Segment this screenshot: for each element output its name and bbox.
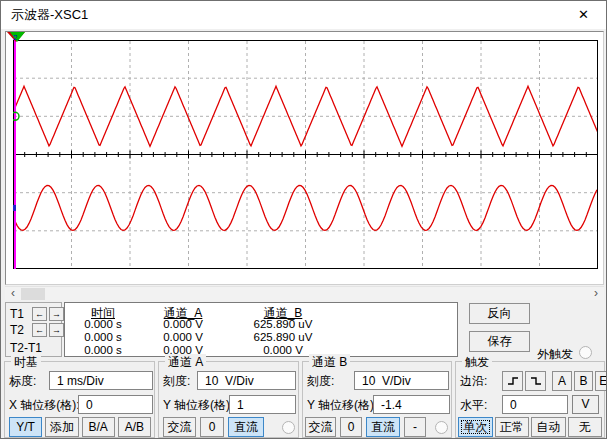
- channel-a-coupling-buttons: 交流 0 直流: [163, 417, 295, 437]
- reverse-button[interactable]: 反向: [469, 303, 530, 324]
- t2-left-button[interactable]: ←: [32, 323, 47, 337]
- header-channel-b: 通道_B: [225, 305, 341, 318]
- t1-right-button[interactable]: →: [49, 307, 64, 321]
- left-arrow-icon: ←: [35, 325, 44, 335]
- cursor-panel: T1 ← → T2 ← → T2-T1: [5, 302, 62, 357]
- channel-b-ypos-label: Y 轴位移(格):: [307, 397, 377, 414]
- t1-channel-a-value: 0.000 V: [141, 318, 225, 331]
- timebase-legend: 时基: [11, 354, 41, 371]
- channel-a-legend: 通道 A: [165, 354, 206, 371]
- diff-time-value: 0.000 s: [65, 344, 141, 357]
- auto-mode-button[interactable]: 自动: [531, 417, 566, 437]
- none-mode-button[interactable]: 无: [568, 417, 603, 437]
- channel-a-ypos-input[interactable]: [229, 395, 296, 414]
- channel-b-ypos-input[interactable]: [373, 395, 450, 414]
- add-mode-button[interactable]: 添加: [45, 417, 78, 437]
- titlebar: 示波器-XSC1 ✕: [1, 1, 606, 29]
- falling-edge-icon: [530, 376, 542, 386]
- t2-channel-a-value: 0.000 V: [141, 331, 225, 344]
- timebase-xpos-input[interactable]: [78, 395, 153, 414]
- t1-time-value: 0.000 s: [65, 318, 141, 331]
- trigger-edge-label: 边沿:: [460, 373, 487, 390]
- channel-b-group: 通道 B 刻度: Y 轴位移(格): 交流 0 直流 -: [302, 361, 452, 438]
- trigger-group: 触发 边沿: A B Ext 水平: V 单次 正常 自动 无: [455, 361, 605, 438]
- timebase-scale-label: 标度:: [9, 373, 36, 390]
- trigger-source-b-button[interactable]: B: [574, 371, 593, 391]
- scope-scrollbar[interactable]: ‹ ›: [5, 286, 604, 300]
- cursor-marker-icon[interactable]: 2: [7, 32, 26, 42]
- channel-a-scale-label: 刻度:: [163, 373, 190, 390]
- t2-row: T2 ← →: [10, 322, 64, 337]
- measurement-table: 时间 通道_A 通道_B 0.000 s 0.000 V 625.890 uV …: [64, 302, 458, 357]
- timebase-group: 时基 标度: X 轴位移(格): Y/T 添加 B/A A/B: [4, 361, 155, 438]
- single-mode-button[interactable]: 单次: [458, 417, 493, 437]
- t1-row: T1 ← →: [10, 306, 64, 321]
- channel-b-minus-button[interactable]: -: [404, 417, 426, 437]
- channel-b-zero-button[interactable]: 0: [340, 417, 362, 437]
- t2-channel-b-value: 625.890 uV: [225, 331, 341, 344]
- t2-right-button[interactable]: →: [49, 323, 64, 337]
- rising-edge-icon: [507, 376, 519, 386]
- channel-b-scale-input[interactable]: [354, 371, 449, 390]
- channel-a-scale-input[interactable]: [197, 371, 296, 390]
- ext-trigger-radio[interactable]: [579, 346, 592, 359]
- trigger-source-ext-button[interactable]: Ext: [595, 371, 607, 391]
- normal-mode-button[interactable]: 正常: [495, 417, 530, 437]
- ba-mode-button[interactable]: B/A: [82, 417, 115, 437]
- header-time: 时间: [65, 305, 141, 318]
- scroll-left-icon[interactable]: ‹: [6, 287, 20, 301]
- falling-edge-button[interactable]: [525, 371, 546, 391]
- yt-mode-button[interactable]: Y/T: [9, 417, 42, 437]
- right-arrow-icon: →: [52, 325, 61, 335]
- scroll-right-icon[interactable]: ›: [589, 287, 603, 301]
- header-channel-a: 通道_A: [141, 305, 225, 318]
- save-button[interactable]: 保存: [469, 331, 530, 352]
- waveform-plot: [13, 40, 598, 269]
- scroll-thumb[interactable]: [21, 288, 45, 300]
- trigger-level-input[interactable]: [502, 395, 568, 414]
- trigger-edge-buttons: A B Ext: [502, 371, 607, 391]
- channel-b-dc-button[interactable]: 直流: [366, 417, 400, 437]
- t1-channel-b-value: 625.890 uV: [225, 318, 341, 331]
- channel-b-legend: 通道 B: [309, 354, 350, 371]
- left-arrow-icon: ←: [35, 309, 44, 319]
- close-icon: ✕: [578, 7, 589, 22]
- t1-left-button[interactable]: ←: [32, 307, 47, 321]
- channel-b-scale-label: 刻度:: [307, 373, 334, 390]
- trigger-level-label: 水平:: [460, 397, 487, 414]
- svg-text:2: 2: [13, 33, 18, 42]
- t1-label: T1: [10, 307, 24, 321]
- oscilloscope-window: 示波器-XSC1 ✕ 2 ‹ › T1 ← → T2 ← →: [0, 0, 607, 439]
- timebase-scale-input[interactable]: [49, 371, 153, 390]
- timebase-mode-buttons: Y/T 添加 B/A A/B: [9, 417, 151, 437]
- t2-t1-row: T2-T1: [10, 340, 42, 355]
- channel-a-zero-button[interactable]: 0: [200, 417, 224, 437]
- channel-a-radio[interactable]: [282, 421, 295, 434]
- close-button[interactable]: ✕: [561, 1, 606, 29]
- channel-a-ac-button[interactable]: 交流: [163, 417, 196, 437]
- t2-t1-label: T2-T1: [10, 341, 42, 355]
- channel-b-ac-button[interactable]: 交流: [305, 417, 336, 437]
- trigger-source-a-button[interactable]: A: [552, 371, 572, 391]
- channel-a-dc-button[interactable]: 直流: [228, 417, 264, 437]
- trigger-mode-buttons: 单次 正常 自动 无: [458, 417, 602, 437]
- channel-b-coupling-buttons: 交流 0 直流 -: [305, 417, 448, 437]
- channel-a-ypos-label: Y 轴位移(格):: [163, 397, 233, 414]
- timebase-xpos-label: X 轴位移(格):: [9, 397, 80, 414]
- channel-b-radio[interactable]: [435, 421, 448, 434]
- trigger-level-unit-select[interactable]: V: [572, 395, 599, 414]
- right-arrow-icon: →: [52, 309, 61, 319]
- ab-mode-button[interactable]: A/B: [118, 417, 151, 437]
- t2-time-value: 0.000 s: [65, 331, 141, 344]
- trigger-legend: 触发: [462, 354, 492, 371]
- t2-label: T2: [10, 323, 24, 337]
- rising-edge-button[interactable]: [502, 371, 523, 391]
- window-title: 示波器-XSC1: [11, 1, 88, 29]
- scope-display: 2: [5, 31, 604, 285]
- channel-a-group: 通道 A 刻度: Y 轴位移(格): 交流 0 直流: [158, 361, 299, 438]
